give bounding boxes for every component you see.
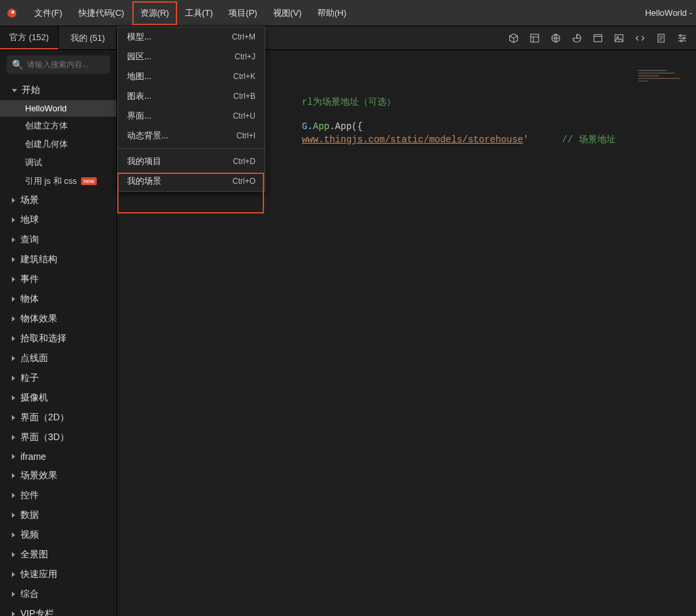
svg-point-10 (680, 40, 682, 42)
side-tabs: 官方 (152) 我的 (51) (0, 26, 117, 49)
menubar: 文件(F) 快捷代码(C) 资源(R) 工具(T) 项目(P) 视图(V) 帮助… (0, 0, 696, 26)
layout-icon[interactable] (529, 32, 541, 44)
tree-group[interactable]: 摄像机 (0, 388, 117, 408)
settings-icon[interactable] (676, 32, 688, 44)
dropdown-item-label: 动态背景... (127, 130, 169, 142)
tree-group[interactable]: iframe (0, 447, 117, 466)
cube-icon[interactable] (508, 32, 520, 44)
menu-project[interactable]: 项目(P) (221, 0, 265, 26)
image-icon[interactable] (613, 32, 625, 44)
dropdown-item-label: 模型... (127, 31, 151, 43)
tree-group[interactable]: 场景效果 (0, 466, 117, 486)
tree: 开始 HelloWorld 创建立方体 创建几何体 调试 引用 js 和 css… (0, 78, 117, 616)
secondary-bar: 官方 (152) 我的 (51) (0, 26, 696, 50)
menu-file[interactable]: 文件(F) (26, 0, 70, 26)
code-comment: // 场景地址 (562, 134, 615, 145)
doc-icon[interactable] (655, 32, 667, 44)
tree-group[interactable]: 综合 (0, 584, 117, 604)
tree-group[interactable]: 数据 (0, 505, 117, 525)
tree-group[interactable]: 拾取和选择 (0, 329, 117, 349)
svg-point-9 (683, 37, 685, 39)
dropdown-item[interactable]: 模型...Ctrl+M (118, 27, 265, 47)
tree-group[interactable]: 控件 (0, 486, 117, 505)
sidebar: 🔍 开始 HelloWorld 创建立方体 创建几何体 调试 引用 js 和 c… (0, 50, 117, 616)
minimap[interactable] (638, 70, 691, 96)
menu-help[interactable]: 帮助(H) (309, 0, 354, 26)
search-icon: 🔍 (12, 59, 23, 70)
dropdown-item-label: 地图... (127, 70, 151, 82)
dropdown-item-shortcut: Ctrl+I (236, 131, 255, 140)
window-icon[interactable] (592, 32, 604, 44)
tree-group[interactable]: 物体 (0, 289, 117, 309)
dropdown-item-shortcut: Ctrl+D (233, 157, 255, 166)
tab-mine[interactable]: 我的 (51) (59, 26, 117, 49)
menu-view[interactable]: 视图(V) (265, 0, 309, 26)
tree-group[interactable]: 地球 (0, 210, 117, 230)
dropdown-item[interactable]: 我的场景Ctrl+O (118, 171, 265, 191)
code-icon[interactable] (634, 32, 646, 44)
menu-tools[interactable]: 工具(T) (177, 0, 221, 26)
menu-items: 文件(F) 快捷代码(C) 资源(R) 工具(T) 项目(P) 视图(V) 帮助… (26, 0, 354, 26)
search-input[interactable] (27, 60, 117, 69)
tree-group[interactable]: 粒子 (0, 368, 117, 388)
tree-leaf-label: 引用 js 和 css (25, 175, 77, 187)
menu-quickcode[interactable]: 快捷代码(C) (70, 0, 132, 26)
globe-icon[interactable] (550, 32, 562, 44)
tree-group[interactable]: VIP专栏 (0, 604, 117, 616)
dropdown-item-label: 我的项目 (127, 155, 161, 167)
tree-group[interactable]: 事件 (0, 269, 117, 289)
tree-group-start[interactable]: 开始 (0, 80, 117, 100)
tree-group[interactable]: 建筑结构 (0, 250, 117, 269)
dropdown-item[interactable]: 我的项目Ctrl+D (118, 152, 265, 171)
dropdown-item[interactable]: 界面...Ctrl+U (118, 106, 265, 126)
menu-resource[interactable]: 资源(R) (132, 1, 177, 25)
dropdown-item-label: 我的场景 (127, 175, 161, 187)
svg-rect-2 (531, 34, 539, 42)
dropdown-item-shortcut: Ctrl+M (232, 32, 255, 42)
tree-group[interactable]: 查询 (0, 230, 117, 250)
tree-group[interactable]: 视频 (0, 525, 117, 545)
tree-group[interactable]: 点线面 (0, 349, 117, 368)
tree-group[interactable]: 全景图 (0, 545, 117, 565)
dropdown-item-label: 园区... (127, 51, 151, 63)
pie-icon[interactable] (571, 32, 583, 44)
tree-leaf[interactable]: 引用 js 和 css new (0, 172, 117, 190)
tree-leaf-helloworld[interactable]: HelloWorld (0, 100, 117, 117)
svg-rect-4 (594, 34, 602, 42)
dropdown-separator (118, 148, 265, 149)
dropdown-item-shortcut: Ctrl+K (233, 72, 255, 81)
window-title: HelloWorld - (645, 8, 692, 18)
main: 🔍 开始 HelloWorld 创建立方体 创建几何体 调试 引用 js 和 c… (0, 50, 696, 616)
search-box: 🔍 (7, 55, 110, 74)
dropdown-item-shortcut: Ctrl+U (233, 111, 255, 121)
dropdown-item[interactable]: 图表...Ctrl+B (118, 86, 265, 106)
svg-rect-5 (615, 34, 623, 42)
dropdown-item[interactable]: 地图...Ctrl+K (118, 67, 265, 86)
dropdown-item-shortcut: Ctrl+J (234, 52, 255, 61)
tree-group[interactable]: 界面（3D） (0, 428, 117, 447)
dropdown-item-shortcut: Ctrl+O (232, 177, 255, 186)
dropdown-item[interactable]: 园区...Ctrl+J (118, 47, 265, 67)
code-url: www.thingjs.com/static/models/storehouse (302, 134, 523, 145)
toolbar-right (508, 26, 696, 49)
code-text: rl为场景地址（可选） (302, 97, 396, 107)
tree-group[interactable]: 界面（2D） (0, 408, 117, 428)
dropdown-item-label: 图表... (127, 90, 151, 102)
tree-leaf[interactable]: 调试 (0, 154, 117, 172)
dropdown-item-shortcut: Ctrl+B (233, 92, 255, 101)
resource-dropdown: 模型...Ctrl+M园区...Ctrl+J地图...Ctrl+K图表...Ct… (117, 26, 265, 192)
tree-group[interactable]: 快速应用 (0, 565, 117, 584)
dropdown-item[interactable]: 动态背景...Ctrl+I (118, 126, 265, 146)
app-logo (5, 7, 18, 20)
tree-leaf[interactable]: 创建几何体 (0, 135, 117, 154)
tree-leaf[interactable]: 创建立方体 (0, 117, 117, 135)
tab-official[interactable]: 官方 (152) (0, 26, 59, 49)
svg-point-1 (11, 11, 14, 14)
tree-group[interactable]: 场景 (0, 190, 117, 210)
dropdown-item-label: 界面... (127, 110, 151, 122)
code-text: ' (523, 134, 528, 145)
svg-point-8 (680, 34, 682, 36)
tree-group[interactable]: 物体效果 (0, 309, 117, 329)
new-badge: new (81, 177, 97, 185)
